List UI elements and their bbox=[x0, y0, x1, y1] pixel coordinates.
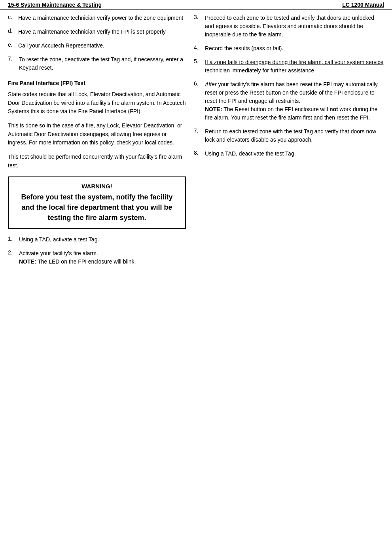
note-label-6: NOTE: bbox=[205, 106, 222, 112]
right-content-7: Return to each tested zone with the test… bbox=[205, 127, 384, 144]
right-content-5: If a zone fails to disengage during the … bbox=[205, 58, 384, 75]
warning-box: WARNING! Before you test the system, not… bbox=[8, 176, 186, 229]
list-content-e: Call your Accutech Representative. bbox=[18, 42, 186, 50]
sub-items-list: c. Have a maintenance technician verify … bbox=[8, 14, 186, 50]
numbered-content-1: Using a TAD, activate a test Tag. bbox=[19, 235, 186, 244]
list-label-d: d. bbox=[8, 28, 18, 36]
right-column: 3. Proceed to each zone to be tested and… bbox=[194, 14, 384, 271]
paragraph-3: This test should be performed concurrent… bbox=[8, 153, 186, 170]
after-text: After bbox=[205, 81, 217, 87]
list-item: e. Call your Accutech Representative. bbox=[8, 42, 186, 50]
right-label-8: 8. bbox=[194, 150, 205, 158]
list-label-e: e. bbox=[8, 42, 18, 50]
list-item: d. Have a maintenance technician verify … bbox=[8, 28, 186, 36]
right-label-4: 4. bbox=[194, 44, 205, 53]
right-content-6: After your facility's fire alarm has bee… bbox=[205, 80, 384, 122]
numbered-content-7: To reset the zone, deactivate the test T… bbox=[19, 55, 186, 72]
page-content: c. Have a maintenance technician verify … bbox=[0, 10, 392, 275]
right-item-8: 8. Using a TAD, deactivate the test Tag. bbox=[194, 150, 384, 158]
warning-title: WARNING! bbox=[17, 183, 177, 190]
right-label-5: 5. bbox=[194, 58, 205, 75]
header-right: LC 1200 Manual bbox=[342, 2, 384, 8]
list-content-c: Have a maintenance technician verify pow… bbox=[18, 14, 186, 22]
right-item-5: 5. If a zone fails to disengage during t… bbox=[194, 58, 384, 75]
right-content-4: Record the results (pass or fail). bbox=[205, 44, 384, 53]
right-label-3: 3. bbox=[194, 14, 205, 39]
right-item-3: 3. Proceed to each zone to be tested and… bbox=[194, 14, 384, 39]
header-left: 15-6 System Maintenance & Testing bbox=[8, 2, 102, 8]
note-label-2: NOTE: bbox=[19, 258, 36, 265]
list-content-d: Have a maintenance technician verify the… bbox=[18, 28, 186, 36]
paragraph-2: This is done so in the case of a fire, a… bbox=[8, 121, 186, 147]
right-item-4: 4. Record the results (pass or fail). bbox=[194, 44, 384, 53]
bottom-items-list: 1. Using a TAD, activate a test Tag. 2. … bbox=[8, 235, 186, 266]
list-label-c: c. bbox=[8, 14, 18, 22]
numbered-content-2: Activate your facility’s fire alarm. NOT… bbox=[19, 249, 186, 266]
paragraph-1: State codes require that all Lock, Eleva… bbox=[8, 90, 186, 116]
right-label-6: 6. bbox=[194, 80, 205, 122]
page-header: 15-6 System Maintenance & Testing LC 120… bbox=[0, 0, 392, 10]
bottom-item-2-text: Activate your facility’s fire alarm. bbox=[19, 250, 98, 256]
left-column: c. Have a maintenance technician verify … bbox=[8, 14, 186, 271]
right-content-8: Using a TAD, deactivate the test Tag. bbox=[205, 150, 384, 158]
right-label-7: 7. bbox=[194, 127, 205, 144]
section-title: Fire Panel Interface (FPI) Test bbox=[8, 80, 186, 86]
numbered-label-7: 7. bbox=[8, 55, 19, 72]
bottom-item-1: 1. Using a TAD, activate a test Tag. bbox=[8, 235, 186, 244]
list-item: c. Have a maintenance technician verify … bbox=[8, 14, 186, 22]
numbered-label-1: 1. bbox=[8, 235, 19, 244]
numbered-item-7: 7. To reset the zone, deactivate the tes… bbox=[8, 55, 186, 72]
right-item-7: 7. Return to each tested zone with the t… bbox=[194, 127, 384, 144]
bottom-item-2: 2. Activate your facility’s fire alarm. … bbox=[8, 249, 186, 266]
right-content-6-main: your facility's fire alarm has been rese… bbox=[205, 81, 378, 121]
numbered-label-2: 2. bbox=[8, 249, 19, 266]
right-content-3: Proceed to each zone to be tested and ve… bbox=[205, 14, 384, 39]
right-item-6: 6. After your facility's fire alarm has … bbox=[194, 80, 384, 122]
warning-body: Before you test the system, notify the f… bbox=[17, 192, 177, 223]
note-content-2: The LED on the FPI enclosure will blink. bbox=[38, 258, 136, 265]
not-text: not bbox=[330, 106, 338, 112]
